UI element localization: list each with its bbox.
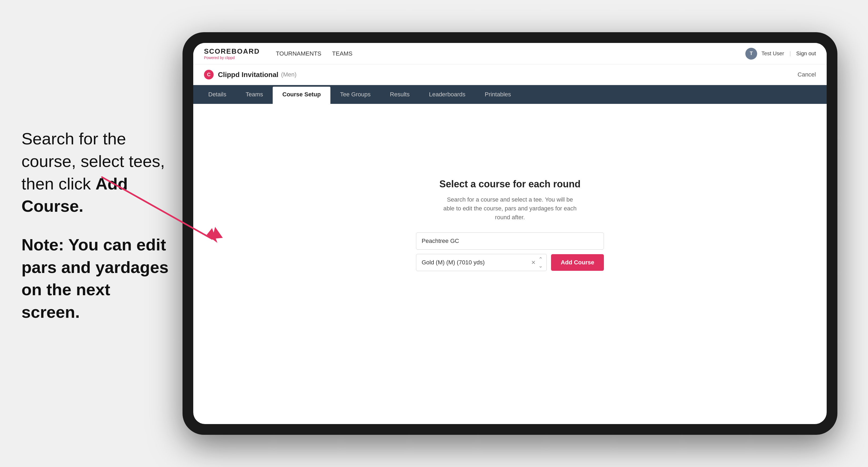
nav-links: TOURNAMENTS TEAMS	[276, 48, 745, 59]
main-content: Select a course for each round Search fo…	[193, 104, 827, 345]
annotation-note: Note: You can edit pars and yardages on …	[22, 234, 172, 323]
tab-results[interactable]: Results	[380, 85, 419, 104]
annotation-area: Search for the course, select tees, then…	[0, 0, 188, 467]
user-avatar: T	[745, 48, 757, 60]
course-select-container: Select a course for each round Search fo…	[416, 179, 604, 271]
tab-printables[interactable]: Printables	[475, 85, 521, 104]
tab-teams[interactable]: Teams	[236, 85, 273, 104]
navbar: SCOREBOARD Powered by clippd TOURNAMENTS…	[193, 43, 827, 64]
tab-course-setup[interactable]: Course Setup	[273, 87, 331, 104]
tee-select-row: Gold (M) (M) (7010 yds) ✕ ⌃⌄ Add Course	[416, 254, 604, 271]
logo-sub: Powered by clippd	[204, 56, 260, 60]
tournament-subtitle: (Men)	[281, 71, 296, 78]
nav-tournaments[interactable]: TOURNAMENTS	[276, 48, 321, 59]
section-title: Select a course for each round	[439, 179, 581, 190]
annotation-main: Search for the course, select tees, then…	[22, 127, 172, 217]
annotation-bold: Add Course.	[22, 175, 128, 216]
tablet: SCOREBOARD Powered by clippd TOURNAMENTS…	[183, 32, 837, 435]
tee-select-wrapper: Gold (M) (M) (7010 yds) ✕ ⌃⌄	[416, 254, 547, 271]
tournament-header: C Clippd Invitational (Men) Cancel	[193, 64, 827, 85]
nav-teams[interactable]: TEAMS	[332, 48, 352, 59]
tab-tee-groups[interactable]: Tee Groups	[331, 85, 380, 104]
tab-details[interactable]: Details	[198, 85, 236, 104]
chevron-icon[interactable]: ⌃⌄	[538, 256, 543, 269]
tee-select-value[interactable]: Gold (M) (M) (7010 yds) ✕ ⌃⌄	[416, 254, 547, 271]
tee-controls: ✕ ⌃⌄	[531, 256, 543, 269]
nav-right: T Test User | Sign out	[745, 48, 816, 60]
tournament-icon: C	[204, 70, 214, 80]
section-desc: Search for a course and select a tee. Yo…	[443, 195, 577, 222]
clear-icon[interactable]: ✕	[531, 259, 536, 266]
annotation-note-text: Note: You can edit pars and yardages on …	[22, 236, 168, 321]
tournament-title: Clippd Invitational	[218, 70, 278, 79]
tablet-screen: SCOREBOARD Powered by clippd TOURNAMENTS…	[193, 43, 827, 424]
tee-value-text: Gold (M) (M) (7010 yds)	[422, 259, 485, 266]
sign-out-link[interactable]: Sign out	[796, 51, 816, 57]
logo-text: SCOREBOARD	[204, 47, 260, 56]
user-name: Test User	[762, 51, 784, 57]
cancel-link[interactable]: Cancel	[798, 71, 816, 78]
tab-nav: Details Teams Course Setup Tee Groups Re…	[193, 85, 827, 104]
logo-area: SCOREBOARD Powered by clippd	[204, 47, 260, 60]
tab-leaderboards[interactable]: Leaderboards	[419, 85, 475, 104]
add-course-button[interactable]: Add Course	[551, 254, 604, 271]
course-search-input[interactable]	[416, 232, 604, 250]
